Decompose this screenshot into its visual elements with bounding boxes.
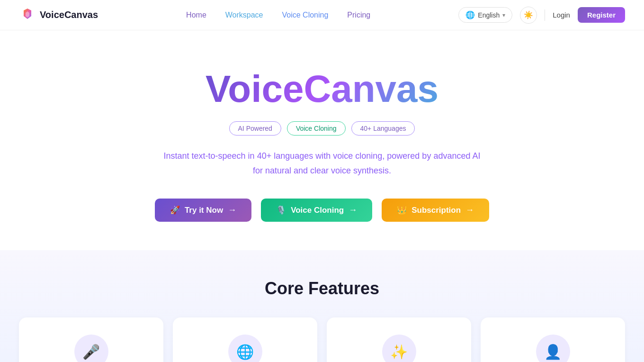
mic-icon: 🎙️: [276, 205, 286, 215]
sparkles-icon: ✨: [390, 344, 408, 360]
hero-section: VoiceCanvas AI Powered Voice Cloning 40+…: [0, 30, 644, 250]
features-title: Core Features: [19, 279, 625, 299]
feature-card-clone: 👤: [481, 317, 625, 362]
badge-voice-cloning: Voice Cloning: [287, 121, 346, 136]
voice-cloning-label: Voice Cloning: [291, 206, 344, 215]
features-grid: 🎤 🌐 ✨ 👤: [19, 317, 625, 362]
crown-icon: 👑: [397, 205, 407, 215]
hero-badges: AI Powered Voice Cloning 40+ Languages: [229, 121, 415, 136]
badge-ai-powered: AI Powered: [229, 121, 281, 136]
hero-description: Instant text-to-speech in 40+ languages …: [161, 149, 483, 178]
lang-label: English: [478, 11, 500, 19]
subscription-button[interactable]: 👑 Subscription →: [382, 199, 489, 222]
nav-home[interactable]: Home: [186, 11, 206, 19]
feature-icon-clone: 👤: [536, 335, 570, 362]
chevron-down-icon: ▾: [502, 12, 505, 18]
feature-card-multilang: 🌐: [173, 317, 317, 362]
navbar-right: 🌐 English ▾ ☀️ Login Register: [458, 7, 625, 24]
rocket-icon: 🚀: [170, 205, 180, 215]
hero-title: VoiceCanvas: [206, 68, 438, 110]
try-it-now-label: Try it Now: [185, 206, 223, 215]
try-it-now-button[interactable]: 🚀 Try it Now →: [155, 199, 251, 222]
feature-icon-multilang: 🌐: [228, 335, 262, 362]
logo-icon: [19, 7, 36, 24]
arrow-right-icon-3: →: [465, 205, 474, 215]
feature-icon-tts: 🎤: [74, 335, 108, 362]
language-selector[interactable]: 🌐 English ▾: [458, 7, 512, 23]
cta-buttons: 🚀 Try it Now → 🎙️ Voice Cloning → 👑 Subs…: [155, 199, 489, 222]
badge-languages: 40+ Languages: [351, 121, 415, 136]
subscription-label: Subscription: [411, 206, 461, 215]
voice-cloning-button[interactable]: 🎙️ Voice Cloning →: [261, 199, 372, 222]
nav-voice-cloning[interactable]: Voice Cloning: [282, 11, 329, 19]
feature-card-tts: 🎤: [19, 317, 163, 362]
feature-icon-ai: ✨: [382, 335, 416, 362]
nav-pricing[interactable]: Pricing: [347, 11, 370, 19]
theme-toggle-button[interactable]: ☀️: [520, 7, 537, 24]
navbar: VoiceCanvas Home Workspace Voice Cloning…: [0, 0, 644, 30]
nav-links: Home Workspace Voice Cloning Pricing: [186, 11, 370, 19]
arrow-right-icon-2: →: [349, 205, 357, 215]
nav-workspace[interactable]: Workspace: [225, 11, 263, 19]
globe-icon: 🌐: [465, 10, 475, 19]
logo-text: VoiceCanvas: [40, 9, 98, 20]
features-section: Core Features 🎤 🌐 ✨ 👤: [0, 250, 644, 362]
logo-area: VoiceCanvas: [19, 7, 98, 24]
sun-icon: ☀️: [524, 10, 533, 19]
microphone-icon: 🎤: [82, 344, 100, 360]
feature-card-ai: ✨: [327, 317, 471, 362]
globe-feature-icon: 🌐: [236, 344, 254, 360]
arrow-right-icon: →: [228, 205, 236, 215]
register-button[interactable]: Register: [578, 7, 625, 23]
nav-divider: [545, 9, 545, 21]
person-icon: 👤: [544, 344, 562, 360]
login-button[interactable]: Login: [553, 11, 570, 19]
